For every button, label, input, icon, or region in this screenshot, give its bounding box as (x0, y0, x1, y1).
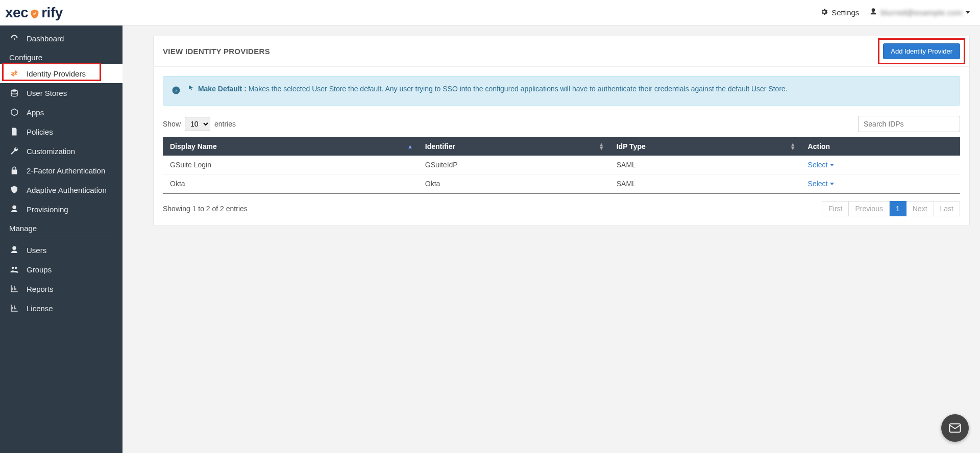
cell-type: SAML (609, 156, 801, 174)
sidebar-item-label: Users (27, 246, 46, 255)
idp-table: Display Name ▲ Identifier ▲▼ IdP Type ▲▼ (163, 137, 960, 194)
contact-mail-fab[interactable] (941, 414, 969, 442)
sidebar-item-identity-providers[interactable]: Identity Providers (0, 64, 122, 83)
brand-logo: xec rify (5, 5, 63, 21)
sidebar-item-license[interactable]: License (0, 298, 122, 318)
sidebar-item-label: Apps (27, 108, 44, 117)
settings-label: Settings (831, 8, 859, 17)
chevron-down-icon (966, 11, 970, 14)
sidebar-item-2fa[interactable]: 2-Factor Authentication (0, 161, 122, 180)
sidebar-divider (6, 237, 116, 237)
page-prev[interactable]: Previous (849, 201, 889, 216)
entries-label: entries (214, 120, 236, 128)
cube-icon (9, 108, 19, 117)
user-icon (9, 205, 19, 214)
svg-point-0 (11, 89, 17, 92)
sidebar-item-groups[interactable]: Groups (0, 260, 122, 279)
sidebar-item-label: Identity Providers (27, 69, 86, 78)
chevron-down-icon (830, 183, 834, 185)
show-entries-control: Show 10 entries (163, 117, 236, 131)
sidebar-item-label: Dashboard (27, 34, 64, 43)
page-first[interactable]: First (822, 201, 849, 216)
wrench-icon (9, 146, 19, 156)
user-email: blurred@example.com (880, 8, 963, 17)
user-icon (9, 245, 19, 255)
info-body: Makes the selected User Store the defaul… (249, 85, 788, 93)
table-row: GSuite Login GSuiteIdP SAML Select (163, 156, 960, 174)
document-icon (9, 127, 19, 136)
brand-text-1: xec (5, 5, 28, 21)
sidebar-item-users[interactable]: Users (0, 240, 122, 260)
info-icon: i (172, 86, 181, 98)
settings-link[interactable]: Settings (820, 8, 859, 17)
sidebar-item-customization[interactable]: Customization (0, 141, 122, 161)
sidebar-item-label: 2-Factor Authentication (27, 166, 105, 175)
svg-text:i: i (176, 88, 177, 93)
cell-identifier: Okta (418, 174, 609, 194)
sidebar-item-apps[interactable]: Apps (0, 103, 122, 122)
cell-display: Okta (163, 174, 418, 194)
info-alert: i Make Default : Makes the selected User… (163, 76, 960, 106)
row-action-select[interactable]: Select (808, 180, 834, 188)
sidebar-item-label: License (27, 304, 53, 313)
show-label: Show (163, 120, 181, 128)
idp-panel: VIEW IDENTITY PROVIDERS Add Identity Pro… (153, 36, 970, 226)
entries-select[interactable]: 10 (185, 117, 210, 131)
sidebar-item-label: Groups (27, 265, 52, 274)
sidebar-item-label: Reports (27, 285, 54, 293)
svg-rect-3 (950, 424, 961, 432)
table-row: Okta Okta SAML Select (163, 174, 960, 194)
sidebar-item-policies[interactable]: Policies (0, 122, 122, 141)
page-title: VIEW IDENTITY PROVIDERS (163, 47, 270, 56)
chart-icon (9, 284, 19, 293)
page-last[interactable]: Last (934, 201, 960, 216)
cell-type: SAML (609, 174, 801, 194)
cell-identifier: GSuiteIdP (418, 156, 609, 174)
sidebar-item-label: Customization (27, 147, 75, 156)
sidebar-item-dashboard[interactable]: Dashboard (0, 29, 122, 48)
sidebar-section-manage: Manage (0, 219, 122, 235)
pointer-icon (188, 85, 196, 93)
sidebar: Dashboard Configure Identity Providers U… (0, 26, 122, 453)
cell-display: GSuite Login (163, 156, 418, 174)
page-1[interactable]: 1 (890, 201, 906, 216)
sort-icon: ▲▼ (790, 143, 796, 150)
col-display-name[interactable]: Display Name ▲ (163, 137, 418, 156)
sidebar-item-label: Adaptive Authentication (27, 186, 107, 194)
info-title: Make Default : (198, 85, 247, 93)
users-icon (9, 265, 19, 274)
sidebar-item-user-stores[interactable]: User Stores (0, 83, 122, 103)
brand-text-2: rify (41, 5, 63, 21)
pagination: First Previous 1 Next Last (822, 201, 960, 216)
panel-header: VIEW IDENTITY PROVIDERS Add Identity Pro… (154, 36, 969, 67)
chevron-down-icon (830, 164, 834, 166)
sidebar-item-label: User Stores (27, 89, 67, 97)
sort-asc-icon: ▲ (407, 145, 413, 148)
sidebar-item-provisioning[interactable]: Provisioning (0, 199, 122, 219)
sidebar-item-adaptive-auth[interactable]: Adaptive Authentication (0, 180, 122, 199)
sidebar-item-label: Policies (27, 128, 53, 136)
database-icon (9, 88, 19, 97)
lock-icon (9, 166, 19, 175)
col-identifier[interactable]: Identifier ▲▼ (418, 137, 609, 156)
add-identity-provider-button[interactable]: Add Identity Provider (883, 43, 960, 59)
row-action-select[interactable]: Select (808, 161, 834, 169)
table-info: Showing 1 to 2 of 2 entries (163, 205, 248, 213)
main-content: VIEW IDENTITY PROVIDERS Add Identity Pro… (122, 26, 980, 453)
topbar: xec rify Settings blurred@example.com (0, 0, 980, 26)
dashboard-icon (9, 34, 19, 43)
user-menu[interactable]: blurred@example.com (869, 8, 970, 17)
page-next[interactable]: Next (906, 201, 934, 216)
sort-icon: ▲▼ (599, 143, 604, 150)
chart-icon (9, 304, 19, 313)
sidebar-item-label: Provisioning (27, 205, 68, 214)
shield-check-icon (29, 7, 40, 18)
exchange-icon (9, 69, 19, 78)
search-input[interactable] (858, 116, 960, 132)
col-idp-type[interactable]: IdP Type ▲▼ (609, 137, 801, 156)
sidebar-item-reports[interactable]: Reports (0, 279, 122, 298)
shield-icon (9, 185, 19, 194)
sidebar-section-configure: Configure (0, 48, 122, 64)
user-icon (869, 8, 877, 17)
col-action: Action (801, 137, 960, 156)
